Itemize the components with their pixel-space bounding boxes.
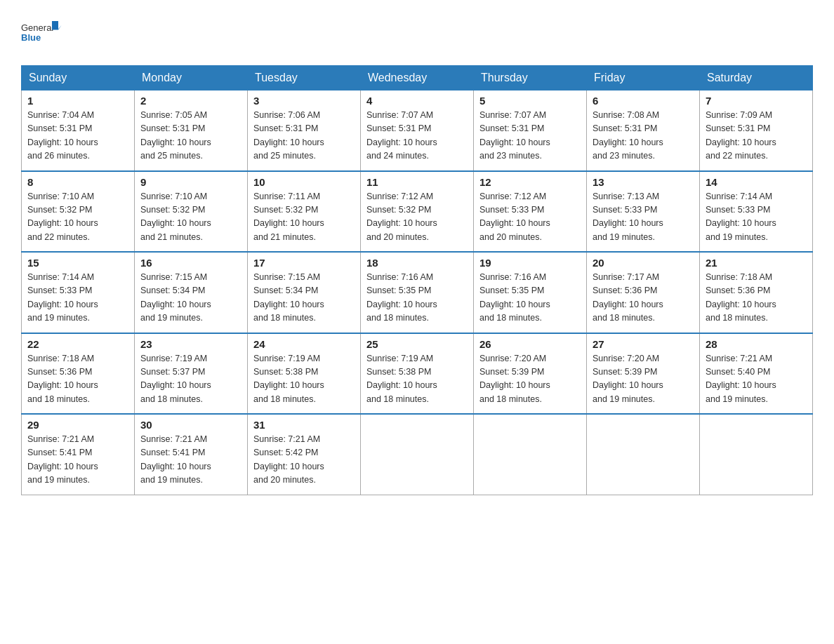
day-info: Sunrise: 7:21 AMSunset: 5:41 PMDaylight:… <box>140 433 241 488</box>
day-number: 15 <box>27 257 128 269</box>
day-number: 20 <box>593 257 694 269</box>
day-info: Sunrise: 7:10 AMSunset: 5:32 PMDaylight:… <box>140 190 241 245</box>
day-number: 8 <box>27 176 128 188</box>
day-info: Sunrise: 7:16 AMSunset: 5:35 PMDaylight:… <box>479 271 581 326</box>
calendar-cell: 4Sunrise: 7:07 AMSunset: 5:31 PMDaylight… <box>361 90 474 171</box>
day-number: 26 <box>479 338 581 350</box>
day-number: 1 <box>27 95 128 107</box>
day-number: 14 <box>706 176 807 188</box>
calendar-cell: 24Sunrise: 7:19 AMSunset: 5:38 PMDayligh… <box>248 333 361 415</box>
calendar-week-row: 22Sunrise: 7:18 AMSunset: 5:36 PMDayligh… <box>22 333 813 415</box>
calendar-cell: 18Sunrise: 7:16 AMSunset: 5:35 PMDayligh… <box>361 252 474 333</box>
calendar-cell: 16Sunrise: 7:15 AMSunset: 5:34 PMDayligh… <box>135 252 248 333</box>
generalblue-logo: General Blue <box>21 14 63 53</box>
calendar-cell: 15Sunrise: 7:14 AMSunset: 5:33 PMDayligh… <box>22 252 135 333</box>
calendar-week-row: 29Sunrise: 7:21 AMSunset: 5:41 PMDayligh… <box>22 414 813 495</box>
weekday-header-sunday: Sunday <box>22 66 135 90</box>
day-info: Sunrise: 7:16 AMSunset: 5:35 PMDaylight:… <box>366 271 468 326</box>
calendar-cell: 27Sunrise: 7:20 AMSunset: 5:39 PMDayligh… <box>587 333 700 415</box>
day-info: Sunrise: 7:15 AMSunset: 5:34 PMDaylight:… <box>253 271 355 326</box>
day-number: 24 <box>253 338 355 350</box>
day-number: 29 <box>27 419 128 431</box>
day-info: Sunrise: 7:04 AMSunset: 5:31 PMDaylight:… <box>27 109 128 163</box>
weekday-header-thursday: Thursday <box>474 66 587 90</box>
calendar-cell: 3Sunrise: 7:06 AMSunset: 5:31 PMDaylight… <box>248 90 361 171</box>
day-info: Sunrise: 7:14 AMSunset: 5:33 PMDaylight:… <box>706 190 807 245</box>
calendar-cell: 30Sunrise: 7:21 AMSunset: 5:41 PMDayligh… <box>135 414 248 495</box>
day-number: 3 <box>253 95 355 107</box>
day-number: 19 <box>479 257 581 269</box>
day-info: Sunrise: 7:12 AMSunset: 5:32 PMDaylight:… <box>366 190 468 245</box>
calendar-cell: 17Sunrise: 7:15 AMSunset: 5:34 PMDayligh… <box>248 252 361 333</box>
calendar-cell: 7Sunrise: 7:09 AMSunset: 5:31 PMDaylight… <box>700 90 813 171</box>
day-info: Sunrise: 7:12 AMSunset: 5:33 PMDaylight:… <box>479 190 581 245</box>
day-number: 25 <box>366 338 468 350</box>
day-number: 18 <box>366 257 468 269</box>
day-info: Sunrise: 7:07 AMSunset: 5:31 PMDaylight:… <box>479 109 581 163</box>
day-info: Sunrise: 7:13 AMSunset: 5:33 PMDaylight:… <box>593 190 694 245</box>
day-info: Sunrise: 7:21 AMSunset: 5:40 PMDaylight:… <box>706 352 807 407</box>
calendar-cell: 19Sunrise: 7:16 AMSunset: 5:35 PMDayligh… <box>474 252 587 333</box>
calendar-cell: 28Sunrise: 7:21 AMSunset: 5:40 PMDayligh… <box>700 333 813 415</box>
calendar-cell: 10Sunrise: 7:11 AMSunset: 5:32 PMDayligh… <box>248 171 361 253</box>
calendar-cell <box>587 414 700 495</box>
calendar-cell: 6Sunrise: 7:08 AMSunset: 5:31 PMDaylight… <box>587 90 700 171</box>
calendar-cell: 22Sunrise: 7:18 AMSunset: 5:36 PMDayligh… <box>22 333 135 415</box>
weekday-header-row: SundayMondayTuesdayWednesdayThursdayFrid… <box>22 66 813 90</box>
day-info: Sunrise: 7:07 AMSunset: 5:31 PMDaylight:… <box>366 109 468 163</box>
day-info: Sunrise: 7:10 AMSunset: 5:32 PMDaylight:… <box>27 190 128 245</box>
calendar-cell: 2Sunrise: 7:05 AMSunset: 5:31 PMDaylight… <box>135 90 248 171</box>
day-info: Sunrise: 7:05 AMSunset: 5:31 PMDaylight:… <box>140 109 241 163</box>
page-header: General Blue <box>21 14 813 53</box>
calendar-cell: 13Sunrise: 7:13 AMSunset: 5:33 PMDayligh… <box>587 171 700 253</box>
calendar-cell: 11Sunrise: 7:12 AMSunset: 5:32 PMDayligh… <box>361 171 474 253</box>
calendar-cell <box>361 414 474 495</box>
day-info: Sunrise: 7:06 AMSunset: 5:31 PMDaylight:… <box>253 109 355 163</box>
svg-text:Blue: Blue <box>21 32 41 43</box>
calendar-cell: 29Sunrise: 7:21 AMSunset: 5:41 PMDayligh… <box>22 414 135 495</box>
calendar-cell: 5Sunrise: 7:07 AMSunset: 5:31 PMDaylight… <box>474 90 587 171</box>
calendar-cell: 23Sunrise: 7:19 AMSunset: 5:37 PMDayligh… <box>135 333 248 415</box>
calendar-cell: 14Sunrise: 7:14 AMSunset: 5:33 PMDayligh… <box>700 171 813 253</box>
day-number: 21 <box>706 257 807 269</box>
day-number: 5 <box>479 95 581 107</box>
day-number: 28 <box>706 338 807 350</box>
day-info: Sunrise: 7:14 AMSunset: 5:33 PMDaylight:… <box>27 271 128 326</box>
day-number: 27 <box>593 338 694 350</box>
day-number: 7 <box>706 95 807 107</box>
day-number: 10 <box>253 176 355 188</box>
day-number: 6 <box>593 95 694 107</box>
calendar-week-row: 1Sunrise: 7:04 AMSunset: 5:31 PMDaylight… <box>22 90 813 171</box>
logo-area: General Blue <box>21 14 63 53</box>
calendar-cell <box>700 414 813 495</box>
calendar-cell: 8Sunrise: 7:10 AMSunset: 5:32 PMDaylight… <box>22 171 135 253</box>
weekday-header-friday: Friday <box>587 66 700 90</box>
day-info: Sunrise: 7:19 AMSunset: 5:37 PMDaylight:… <box>140 352 241 407</box>
day-number: 4 <box>366 95 468 107</box>
calendar-cell: 26Sunrise: 7:20 AMSunset: 5:39 PMDayligh… <box>474 333 587 415</box>
day-info: Sunrise: 7:18 AMSunset: 5:36 PMDaylight:… <box>27 352 128 407</box>
day-info: Sunrise: 7:21 AMSunset: 5:42 PMDaylight:… <box>253 433 355 488</box>
calendar-cell: 20Sunrise: 7:17 AMSunset: 5:36 PMDayligh… <box>587 252 700 333</box>
day-info: Sunrise: 7:20 AMSunset: 5:39 PMDaylight:… <box>479 352 581 407</box>
day-info: Sunrise: 7:17 AMSunset: 5:36 PMDaylight:… <box>593 271 694 326</box>
day-info: Sunrise: 7:19 AMSunset: 5:38 PMDaylight:… <box>366 352 468 407</box>
day-info: Sunrise: 7:15 AMSunset: 5:34 PMDaylight:… <box>140 271 241 326</box>
day-info: Sunrise: 7:20 AMSunset: 5:39 PMDaylight:… <box>593 352 694 407</box>
day-info: Sunrise: 7:08 AMSunset: 5:31 PMDaylight:… <box>593 109 694 163</box>
day-info: Sunrise: 7:18 AMSunset: 5:36 PMDaylight:… <box>706 271 807 326</box>
calendar-table: SundayMondayTuesdayWednesdayThursdayFrid… <box>21 65 813 495</box>
calendar-week-row: 15Sunrise: 7:14 AMSunset: 5:33 PMDayligh… <box>22 252 813 333</box>
svg-text:General: General <box>21 22 53 33</box>
weekday-header-monday: Monday <box>135 66 248 90</box>
calendar-week-row: 8Sunrise: 7:10 AMSunset: 5:32 PMDaylight… <box>22 171 813 253</box>
calendar-cell: 12Sunrise: 7:12 AMSunset: 5:33 PMDayligh… <box>474 171 587 253</box>
day-number: 16 <box>140 257 241 269</box>
day-info: Sunrise: 7:19 AMSunset: 5:38 PMDaylight:… <box>253 352 355 407</box>
day-number: 30 <box>140 419 241 431</box>
day-number: 12 <box>479 176 581 188</box>
calendar-cell: 21Sunrise: 7:18 AMSunset: 5:36 PMDayligh… <box>700 252 813 333</box>
day-info: Sunrise: 7:09 AMSunset: 5:31 PMDaylight:… <box>706 109 807 163</box>
day-info: Sunrise: 7:21 AMSunset: 5:41 PMDaylight:… <box>27 433 128 488</box>
day-number: 17 <box>253 257 355 269</box>
